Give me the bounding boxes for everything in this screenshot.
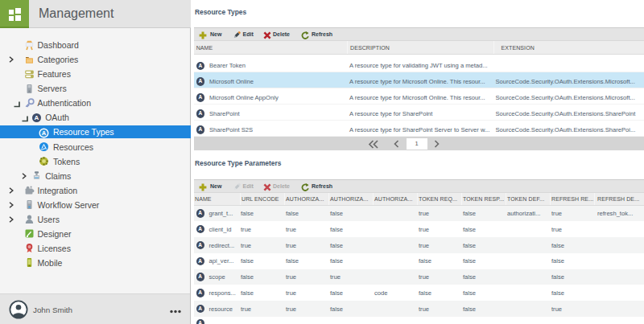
svg-text:A: A: [42, 129, 47, 137]
svg-text:A: A: [34, 114, 39, 121]
